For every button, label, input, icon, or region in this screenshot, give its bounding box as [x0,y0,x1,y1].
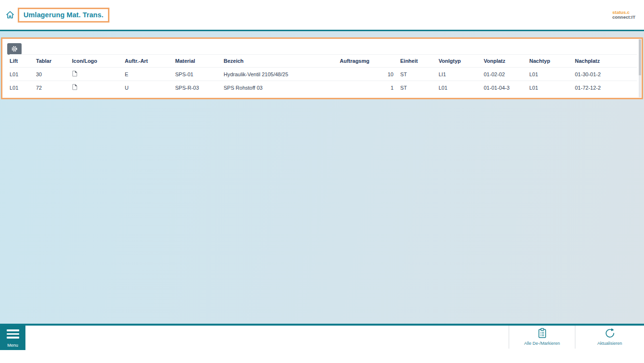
table-row[interactable]: L01 72 U SPS-R-03 SPS Rohstoff 03 [10,81,637,94]
hamburger-icon [7,329,19,339]
col-header-nachtyp[interactable]: Nachtyp [529,55,575,68]
cell-tablar: 72 [36,81,72,94]
cell-nachtyp: L01 [529,68,575,81]
mark-all-button[interactable]: Alle De-/Markieren [509,326,575,349]
cell-bezeich: SPS Rohstoff 03 [224,81,340,94]
cell-einheit: ST [400,81,439,94]
cell-vonlgtyp: LI1 [439,68,484,81]
table-header-row: Lift Tablar Icon/Logo Auftr.-Art Materia… [10,55,637,68]
transport-table: Lift Tablar Icon/Logo Auftr.-Art Materia… [10,54,637,94]
menu-button-label: Menu [7,343,18,348]
cell-bezeich: Hydraulik-Ventil 2105/48/25 [224,68,340,81]
brand-logo-line2: connect:IT [612,15,635,20]
col-header-auftragsmg[interactable]: Auftragsmg [340,55,400,68]
cell-vonlgtyp: L01 [439,81,484,94]
refresh-icon [604,328,616,339]
footer-bar: Menu Alle De-/Markieren [0,324,644,361]
app-window: Umlagerung Mat. Trans. status.c connect:… [0,0,644,363]
top-bar: Umlagerung Mat. Trans. status.c connect:… [0,0,644,30]
brand-logo: status.c connect:IT [612,10,637,20]
cell-icon [72,81,125,94]
cell-auftragsmg: 1 [340,81,400,94]
col-header-nachplatz[interactable]: Nachplatz [575,55,637,68]
cell-material: SPS-01 [175,68,224,81]
cell-nachplatz: 01-30-01-2 [575,68,637,81]
table-settings-button[interactable] [7,43,22,55]
col-header-material[interactable]: Material [175,55,224,68]
cell-vonplatz: 01-02-02 [484,68,529,81]
col-header-vonplatz[interactable]: Vonplatz [484,55,529,68]
col-header-vonlgtyp[interactable]: Vonlgtyp [439,55,484,68]
cell-auftr-art: U [125,81,175,94]
col-header-tablar[interactable]: Tablar [36,55,72,68]
page-title: Umlagerung Mat. Trans. [24,11,104,19]
gear-icon [11,45,18,53]
cell-einheit: ST [400,68,439,81]
title-highlight-box: Umlagerung Mat. Trans. [18,8,109,23]
home-icon [6,11,14,19]
col-header-auftr-art[interactable]: Auftr.-Art [125,55,175,68]
cell-material: SPS-R-03 [175,81,224,94]
cell-lift: L01 [10,81,36,94]
cell-icon [72,68,125,81]
col-header-einheit[interactable]: Einheit [400,55,439,68]
cell-auftr-art: E [125,68,175,81]
footer-actions: Alle De-/Markieren Aktualisieren [509,326,644,349]
cell-lift: L01 [10,68,36,81]
col-header-icon-logo[interactable]: Icon/Logo [72,55,125,68]
table-scrollbar[interactable] [639,39,641,97]
refresh-label: Aktualisieren [597,341,622,346]
menu-button[interactable]: Menu [0,326,25,350]
cell-nachtyp: L01 [529,81,575,94]
document-icon [72,84,77,90]
clipboard-icon [537,328,547,339]
content-area: Lift Tablar Icon/Logo Auftr.-Art Materia… [0,31,644,324]
cell-auftragsmg: 10 [340,68,400,81]
document-icon [72,70,77,77]
col-header-bezeich[interactable]: Bezeich [224,55,340,68]
scrollbar-thumb[interactable] [639,39,641,75]
cell-nachplatz: 01-72-12-2 [575,81,637,94]
refresh-button[interactable]: Aktualisieren [575,326,644,349]
table-row[interactable]: L01 30 E SPS-01 Hydraulik-Ventil 2105/48… [10,68,637,81]
transport-table-panel: Lift Tablar Icon/Logo Auftr.-Art Materia… [1,37,643,99]
col-header-lift[interactable]: Lift [10,55,36,68]
mark-all-label: Alle De-/Markieren [524,341,560,346]
cell-vonplatz: 01-01-04-3 [484,81,529,94]
home-button[interactable] [5,10,15,20]
cell-tablar: 30 [36,68,72,81]
